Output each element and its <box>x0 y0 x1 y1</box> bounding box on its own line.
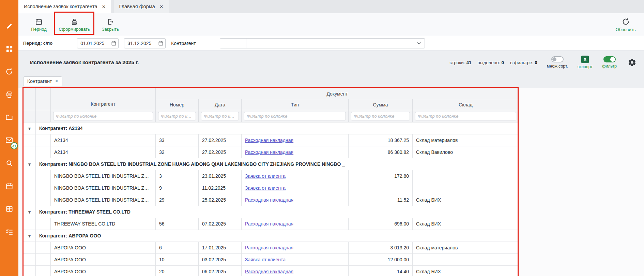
doc-type-link[interactable]: Расходная накладная <box>245 245 293 250</box>
tab-main-form[interactable]: Главная форма × <box>113 0 169 13</box>
generate-button[interactable]: Сформировать <box>55 15 93 34</box>
cell-number: 3 <box>156 170 199 182</box>
calendar-icon <box>35 18 43 26</box>
cell-doc-type: Расходная накладная <box>242 194 349 206</box>
contractor-filter-chip[interactable]: Контрагент × <box>23 76 62 86</box>
chip-close-icon[interactable]: × <box>55 78 58 84</box>
doc-type-link[interactable]: Заявка от клиента <box>245 185 286 191</box>
filter-input-date[interactable] <box>201 112 239 120</box>
multisort-toggle[interactable]: множ.сорт. <box>547 56 568 69</box>
cell-contractor: NINGBO BOA STEEL LTD INDUSTRIAL ZONE HUA… <box>51 182 156 194</box>
app-window: 31 Исполнение заявок контрагента × Главн… <box>0 0 644 276</box>
table-row[interactable]: NINGBO BOA STEEL LTD INDUSTRIAL ZONE HUA… <box>24 194 519 206</box>
col-header-warehouse[interactable]: Склад <box>413 99 519 110</box>
cell-warehouse: Склад БИХ <box>413 218 519 230</box>
cell-spacer <box>36 242 51 254</box>
cell-contractor: NINGBO BOA STEEL LTD INDUSTRIAL ZONE HUA… <box>51 194 156 206</box>
folder-icon[interactable] <box>2 111 16 124</box>
table-row[interactable]: А21343227.02.2025Расходная накладная86 3… <box>24 146 519 158</box>
col-header-contractor[interactable]: Контрагент <box>51 88 156 110</box>
col-header-sum[interactable]: Сумма <box>349 99 413 110</box>
cell-expander <box>24 218 36 230</box>
rows-count-label: строки: <box>449 60 465 65</box>
filter-input-sum[interactable] <box>351 112 410 120</box>
cell-spacer <box>36 194 51 206</box>
date-from-input[interactable] <box>77 38 119 48</box>
calendar-icon[interactable] <box>2 179 16 193</box>
cell-warehouse: Склад материалов <box>413 134 519 146</box>
col-header-number[interactable]: Номер <box>156 99 199 110</box>
doc-type-link[interactable]: Расходная накладная <box>245 137 293 143</box>
printer-icon[interactable] <box>2 88 16 101</box>
doc-type-link[interactable]: Заявка от клиента <box>245 257 286 262</box>
date-to-input[interactable] <box>124 38 166 48</box>
tab-close-icon[interactable]: × <box>160 4 163 10</box>
mail-icon[interactable]: 31 <box>2 133 16 147</box>
sync-icon[interactable] <box>2 65 16 78</box>
col-header-date[interactable]: Дата <box>199 99 242 110</box>
collapse-icon[interactable]: ▾ <box>28 162 31 167</box>
tab-close-icon[interactable]: × <box>102 4 105 10</box>
table-row[interactable]: АВРОРА ООО2006.02.2025Расходная накладна… <box>24 266 519 276</box>
toggle-off-icon[interactable] <box>551 56 564 62</box>
group-row: ▾Контрагент: NINGBO BOA STEEL LTD INDUST… <box>24 158 519 170</box>
close-button[interactable]: Закрыть <box>98 15 123 34</box>
contractor-code-input[interactable] <box>220 38 246 48</box>
table-row[interactable]: NINGBO BOA STEEL LTD INDUSTRIAL ZONE HUA… <box>24 182 519 194</box>
doc-type-link[interactable]: Расходная накладная <box>245 149 293 155</box>
filter-input-warehouse[interactable] <box>415 112 516 120</box>
export-button[interactable]: X экспорт <box>578 56 593 69</box>
filter-input-number[interactable] <box>158 112 196 120</box>
doc-type-link[interactable]: Расходная накладная <box>245 221 293 227</box>
main-area: Исполнение заявок контрагента × Главная … <box>18 0 644 276</box>
doc-type-link[interactable]: Заявка от клиента <box>245 173 286 179</box>
cell-contractor: АВРОРА ООО <box>51 254 156 266</box>
filter-input-type[interactable] <box>244 112 346 120</box>
cell-contractor: А2134 <box>51 134 156 146</box>
cell-number: 56 <box>156 218 199 230</box>
refresh-icon <box>622 17 630 26</box>
cell-sum: 14.40 <box>349 266 413 276</box>
contractor-select[interactable] <box>246 38 425 48</box>
period-button[interactable]: Период <box>27 15 51 34</box>
group-row: ▾Контрагент: АВРОРА ООО <box>24 230 519 242</box>
collapse-icon[interactable]: ▾ <box>28 126 31 131</box>
table-row[interactable]: NINGBO BOA STEEL LTD INDUSTRIAL ZONE HUA… <box>24 170 519 182</box>
col-header-type[interactable]: Тип <box>242 99 349 110</box>
cell-doc-type: Расходная накладная <box>242 146 349 158</box>
excel-icon[interactable]: X <box>581 56 589 63</box>
edit-icon[interactable] <box>2 19 16 33</box>
apps-grid-icon[interactable] <box>2 42 16 56</box>
gear-icon[interactable] <box>628 58 637 67</box>
doc-type-link[interactable]: Расходная накладная <box>245 269 293 274</box>
mail-badge: 31 <box>11 142 18 149</box>
cell-sum: 86 380.82 <box>349 146 413 158</box>
collapse-icon[interactable]: ▾ <box>28 209 31 215</box>
cell-contractor: АВРОРА ООО <box>51 266 156 276</box>
cell-date: 27.02.2025 <box>199 134 242 146</box>
table-row[interactable]: А21343327.02.2025Расходная накладная18 3… <box>24 134 519 146</box>
export-label: экспорт <box>578 64 593 69</box>
cell-sum: 3 013.20 <box>349 242 413 254</box>
filter-row <box>24 110 519 122</box>
table-row[interactable]: АВРОРА ООО617.01.2025Расходная накладная… <box>24 242 519 254</box>
board-icon[interactable] <box>2 202 16 216</box>
table-row[interactable]: THREEWAY STEEL CO.LTD5607.02.2025Расходн… <box>24 218 519 230</box>
toggle-on-icon[interactable] <box>603 56 616 62</box>
collapse-icon[interactable]: ▾ <box>28 233 31 238</box>
filtered-count-label: в фильтре: <box>510 60 533 65</box>
doc-type-link[interactable]: Расходная накладная <box>245 197 293 203</box>
tab-report[interactable]: Исполнение заявок контрагента × <box>18 0 111 13</box>
filter-input-contractor[interactable] <box>53 112 153 120</box>
cell-sum: 696.00 <box>349 218 413 230</box>
filter-toggle[interactable]: фильтр <box>602 56 617 69</box>
refresh-button[interactable]: Обновить <box>610 15 641 34</box>
cell-doc-type: Заявка от клиента <box>242 254 349 266</box>
search-icon[interactable] <box>2 156 16 170</box>
filter-bar: Период: с/по Контрагент <box>18 36 644 50</box>
table-row[interactable]: АВРОРА ООО1003.02.2025Заявка от клиента1… <box>24 254 519 266</box>
checklist-icon[interactable] <box>2 225 16 238</box>
cell-doc-type: Расходная накладная <box>242 134 349 146</box>
cell-doc-type: Заявка от клиента <box>242 170 349 182</box>
doc-group-header: Документ <box>156 88 519 99</box>
